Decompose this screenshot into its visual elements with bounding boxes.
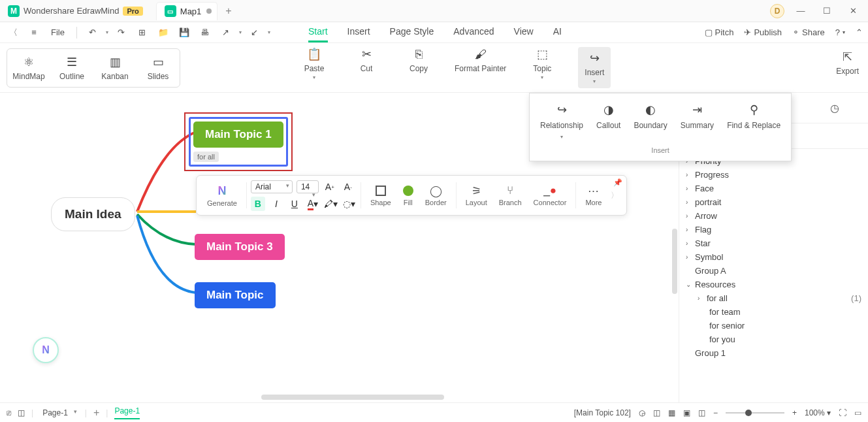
new-button[interactable]: ⊞: [135, 25, 150, 41]
tree-group-1[interactable]: Group 1: [686, 346, 861, 360]
horizontal-scrollbar[interactable]: [261, 395, 444, 400]
border-button[interactable]: ◯Border: [420, 184, 452, 206]
panel-toggle-icon[interactable]: ◫: [18, 408, 25, 417]
fullscreen-button[interactable]: ⛶: [839, 408, 846, 417]
redo-button[interactable]: ↷: [114, 25, 129, 41]
status-icon-2[interactable]: ◫: [653, 408, 660, 417]
tree-symbol[interactable]: ›Symbol: [686, 250, 861, 264]
page-tab-1[interactable]: Page-1: [114, 406, 140, 419]
pin-icon[interactable]: 📌: [613, 178, 622, 187]
help-button[interactable]: ? ▾: [835, 27, 845, 37]
insert-boundary[interactable]: ◐Boundary: [627, 99, 673, 144]
font-shrink-button[interactable]: A-: [341, 180, 355, 194]
view-kanban[interactable]: ▥Kanban: [93, 49, 137, 87]
tree-star[interactable]: ›Star: [686, 236, 861, 250]
format-painter-button[interactable]: 🖌Format Painter: [455, 47, 506, 88]
bold-button[interactable]: B: [251, 197, 265, 211]
tab-start[interactable]: Start: [308, 22, 328, 42]
copy-button[interactable]: ⎘Copy: [402, 47, 435, 88]
collapse-ribbon-button[interactable]: ⌃: [856, 27, 863, 37]
menu-button[interactable]: ≡: [26, 25, 42, 41]
save-button[interactable]: 💾: [176, 25, 192, 41]
import-button[interactable]: ↙: [247, 25, 263, 41]
view-mindmap[interactable]: ⚛MindMap: [7, 49, 50, 87]
document-tab[interactable]: ▭ Map1: [156, 2, 218, 20]
tree-resource-forteam[interactable]: for team: [686, 305, 861, 319]
view-slides[interactable]: ▭Slides: [137, 49, 180, 87]
page-selector[interactable]: Page-1: [40, 407, 78, 419]
insert-relationship[interactable]: ↪ Relationship ▾: [534, 99, 590, 144]
zoom-in-button[interactable]: +: [792, 408, 797, 417]
tab-ai[interactable]: AI: [553, 22, 562, 42]
font-select[interactable]: Arial: [251, 180, 293, 193]
tree-arrow[interactable]: ›Arrow: [686, 209, 861, 223]
export-button[interactable]: ⇱ Export: [836, 50, 859, 76]
tree-resource-forall[interactable]: ›for all(1): [686, 291, 861, 305]
user-avatar[interactable]: D: [770, 4, 784, 18]
tree-resource-foryou[interactable]: for you: [686, 333, 861, 346]
node-topic[interactable]: Main Topic: [195, 282, 276, 308]
back-button[interactable]: 〈: [5, 25, 21, 41]
cut-button[interactable]: ✂Cut: [350, 47, 383, 88]
shape-button[interactable]: Shape: [365, 184, 396, 206]
node-topic1[interactable]: Main Topic 1: [193, 122, 283, 148]
view-outline[interactable]: ☰Outline: [50, 49, 93, 87]
publish-button[interactable]: ✈Publish: [744, 27, 782, 37]
highlight-button[interactable]: 🖍▾: [324, 197, 338, 211]
insert-callout[interactable]: ◑Callout: [590, 99, 627, 144]
tree-flag[interactable]: ›Flag: [686, 223, 861, 236]
zoom-slider[interactable]: [726, 412, 784, 414]
topic-button[interactable]: ⬚Topic: [526, 47, 558, 88]
italic-button[interactable]: I: [269, 197, 283, 211]
tab-insert[interactable]: Insert: [347, 22, 370, 42]
status-icon-1[interactable]: ◶: [639, 408, 645, 417]
history-tab-icon[interactable]: ◷: [825, 98, 844, 118]
font-size-select[interactable]: 14: [297, 180, 319, 193]
tree-resource-forsenior[interactable]: for senior: [686, 319, 861, 333]
tree-group-a[interactable]: Group A: [686, 264, 861, 278]
insert-find-replace[interactable]: ⚲Find & Replace: [720, 99, 787, 144]
export-button-quick[interactable]: ↗: [218, 25, 234, 41]
fit-button[interactable]: ▭: [854, 408, 861, 417]
node-topic1-tag[interactable]: for all: [193, 152, 219, 162]
font-grow-button[interactable]: A+: [323, 180, 337, 194]
insert-summary[interactable]: ⇥Summary: [674, 99, 720, 144]
add-page-button[interactable]: +: [93, 407, 99, 419]
add-tab-button[interactable]: +: [225, 5, 231, 17]
node-main-idea[interactable]: Main Idea: [51, 197, 135, 231]
font-color-button[interactable]: A▾: [306, 197, 320, 211]
connector-button[interactable]: ⎯●Connector: [528, 184, 572, 206]
file-menu[interactable]: File: [47, 27, 69, 37]
fill-button[interactable]: Fill: [398, 184, 419, 206]
underline-button[interactable]: U: [287, 197, 302, 211]
tab-view[interactable]: View: [514, 22, 534, 42]
generate-button[interactable]: N Generate: [202, 184, 242, 207]
maximize-button[interactable]: ☐: [817, 1, 837, 21]
close-button[interactable]: ✕: [843, 1, 863, 21]
paste-button[interactable]: 📋Paste: [298, 47, 330, 88]
status-icon-5[interactable]: ◫: [698, 408, 705, 417]
branch-button[interactable]: ⑂Branch: [494, 184, 527, 206]
vertical-scrollbar[interactable]: [672, 229, 677, 294]
ai-fab-button[interactable]: N: [33, 337, 59, 363]
share-button[interactable]: ⚬Share: [792, 27, 825, 37]
clear-format-button[interactable]: ◌▾: [342, 197, 357, 211]
tab-advanced[interactable]: Advanced: [453, 22, 494, 42]
more-button[interactable]: ⋯More: [580, 184, 607, 206]
tree-resources[interactable]: ⌄Resources: [686, 278, 861, 291]
minimize-button[interactable]: —: [791, 1, 811, 21]
tree-face[interactable]: ›Face: [686, 182, 861, 195]
zoom-out-button[interactable]: −: [713, 408, 718, 417]
node-topic3[interactable]: Main Topic 3: [195, 234, 285, 260]
tree-portrait[interactable]: ›portrait: [686, 195, 861, 209]
outline-toggle-icon[interactable]: ⎚: [7, 408, 11, 417]
undo-button[interactable]: ↶: [85, 25, 101, 41]
tree-progress[interactable]: ›Progress: [686, 168, 861, 182]
print-button[interactable]: 🖶: [197, 25, 213, 41]
toolbar-expand[interactable]: 〉: [608, 190, 621, 201]
tab-page-style[interactable]: Page Style: [390, 22, 434, 42]
insert-dropdown-button[interactable]: ↪Insert: [578, 47, 611, 88]
layout-button[interactable]: ⚞Layout: [460, 184, 492, 206]
status-icon-4[interactable]: ▣: [683, 408, 690, 417]
zoom-level[interactable]: 100% ▾: [805, 408, 831, 417]
